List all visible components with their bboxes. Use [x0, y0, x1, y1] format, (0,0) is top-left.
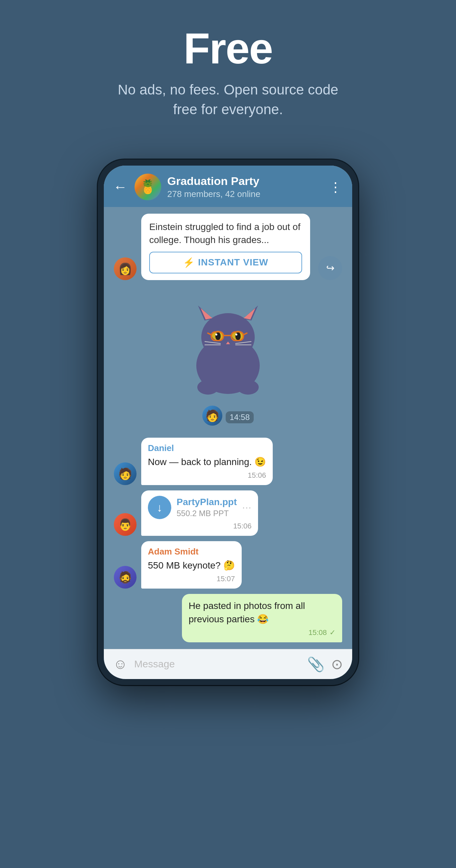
file-message-row: 👨 ↓ PartyPlan.ppt 550.2 MB PPT [114, 490, 342, 536]
iv-preview-text: Einstein struggled to find a job out of … [149, 220, 302, 246]
daniel-sender: Daniel [148, 443, 266, 453]
adam-bubble: Adam Smidt 550 MB keynote? 🤔 15:07 [141, 541, 242, 589]
instant-view-button[interactable]: ⚡ INSTANT VIEW [149, 252, 302, 273]
svg-point-8 [215, 332, 221, 340]
file-row: ↓ PartyPlan.ppt 550.2 MB PPT ⋯ [148, 496, 251, 519]
avatar-emoji-2: 🧑 [205, 409, 219, 422]
phone-inner: ← 🍍 Graduation Party 278 members, 42 onl… [104, 165, 352, 679]
svg-point-22 [197, 380, 219, 395]
input-bar: ☺ Message 📎 ⊙ [104, 649, 352, 679]
user-avatar-adam: 🧔 [114, 566, 136, 589]
daniel-time: 15:06 [248, 471, 266, 480]
svg-point-1 [201, 313, 255, 361]
file-bubble: ↓ PartyPlan.ppt 550.2 MB PPT ⋯ 15:06 [141, 490, 258, 536]
messages-area: 👩 Einstein struggled to find a job out o… [104, 207, 352, 649]
cat-sticker-svg [178, 299, 278, 399]
file-meta: 550.2 MB PPT [177, 509, 237, 518]
sticker-message: A = πr² V = l³ P = 2πr A = πr² s = √(r²+… [114, 285, 342, 432]
more-button[interactable]: ⋮ [329, 179, 343, 195]
sticker-time-row: 🧑 14:58 [202, 406, 254, 426]
chat-header: ← 🍍 Graduation Party 278 members, 42 onl… [104, 165, 352, 207]
message-input[interactable]: Message [134, 658, 300, 670]
emoji-button[interactable]: ☺ [113, 656, 127, 672]
sticker-timestamp: 14:58 [226, 411, 254, 423]
iv-button-label: INSTANT VIEW [198, 257, 268, 268]
daniel-text: Now — back to planning. 😉 [148, 455, 266, 468]
chat-avatar: 🍍 [134, 174, 161, 200]
avatar-emoji-1: 👩 [118, 262, 132, 275]
user-avatar-daniel: 🧑 [114, 462, 136, 485]
check-icon: ✓ [330, 628, 335, 637]
file-more-button[interactable]: ⋯ [242, 502, 251, 513]
phone-mockup: ← 🍍 Graduation Party 278 members, 42 onl… [98, 160, 358, 685]
own-bubble: He pasted in photos from all previous pa… [182, 594, 342, 642]
share-button[interactable]: ↪ [318, 256, 342, 280]
daniel-footer: 15:06 [148, 471, 266, 480]
download-icon: ↓ [157, 501, 162, 514]
user-avatar-1: 👩 [114, 257, 136, 280]
file-info: PartyPlan.ppt 550.2 MB PPT [177, 497, 237, 518]
share-icon: ↪ [326, 262, 334, 274]
adam-footer: 15:07 [148, 575, 235, 583]
adam-text: 550 MB keynote? 🤔 [148, 559, 235, 572]
own-footer: 15:08 ✓ [189, 628, 335, 637]
daniel-bubble: Daniel Now — back to planning. 😉 15:06 [141, 438, 273, 485]
svg-point-11 [235, 334, 237, 336]
user-avatar-2: 🧑 [202, 406, 222, 426]
phone-outer: ← 🍍 Graduation Party 278 members, 42 onl… [98, 160, 358, 685]
chat-info: Graduation Party 278 members, 42 online [167, 174, 323, 199]
chat-meta: 278 members, 42 online [167, 189, 323, 199]
avatar-emoji: 🍍 [140, 179, 156, 195]
instant-view-bubble: Einstein struggled to find a job out of … [141, 214, 310, 280]
back-button[interactable]: ← [113, 180, 127, 194]
adam-message-row: 🧔 Adam Smidt 550 MB keynote? 🤔 15:07 [114, 541, 342, 589]
instant-view-row: 👩 Einstein struggled to find a job out o… [114, 214, 342, 280]
adam-sender: Adam Smidt [148, 547, 235, 557]
sticker-image: A = πr² V = l³ P = 2πr A = πr² s = √(r²+… [171, 292, 285, 406]
file-time: 15:06 [233, 522, 251, 530]
hero-title: Free [184, 27, 273, 70]
file-download-button[interactable]: ↓ [148, 496, 171, 519]
own-time: 15:08 [308, 628, 327, 637]
adam-time: 15:07 [217, 575, 235, 583]
phone-screen: ← 🍍 Graduation Party 278 members, 42 onl… [104, 165, 352, 679]
bolt-icon: ⚡ [183, 257, 194, 268]
own-text: He pasted in photos from all previous pa… [189, 599, 335, 625]
daniel-message-row: 🧑 Daniel Now — back to planning. 😉 15:06 [114, 438, 342, 485]
attach-button[interactable]: 📎 [307, 656, 325, 672]
camera-button[interactable]: ⊙ [331, 656, 343, 672]
svg-point-9 [235, 332, 241, 340]
file-name: PartyPlan.ppt [177, 497, 237, 507]
own-message-row: He pasted in photos from all previous pa… [114, 594, 342, 642]
chat-name: Graduation Party [167, 174, 323, 188]
hero-section: Free No ads, no fees. Open source code f… [0, 0, 456, 140]
user-avatar-file: 👨 [114, 513, 136, 536]
svg-point-23 [237, 380, 259, 395]
file-footer: 15:06 [148, 522, 251, 530]
svg-point-10 [215, 334, 217, 336]
hero-subtitle: No ads, no fees. Open source code free f… [111, 80, 345, 120]
